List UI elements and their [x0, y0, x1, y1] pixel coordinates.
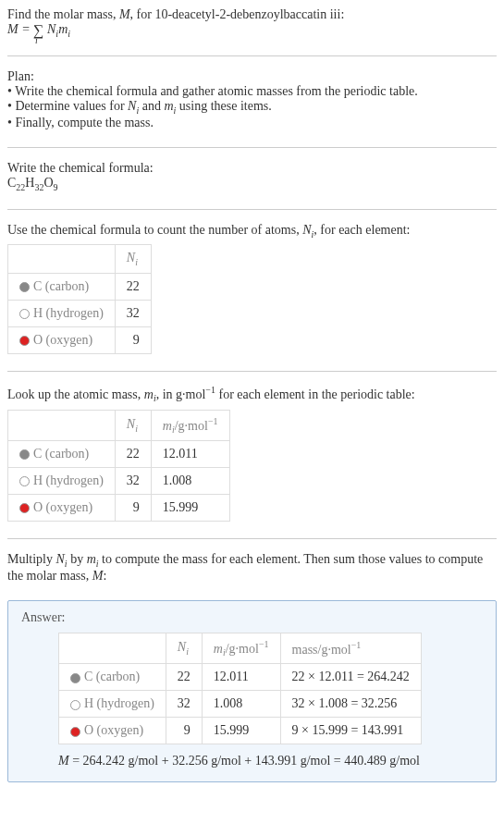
divider — [7, 538, 497, 539]
nh-Ns: i — [135, 257, 138, 267]
lk-mid: , in g·mol — [156, 387, 206, 401]
eq-N: N — [47, 22, 55, 36]
oxygen-dot-icon — [19, 503, 30, 513]
mul-m: m — [87, 552, 96, 566]
plan-section: Plan: • Write the chemical formula and g… — [7, 69, 497, 130]
final-equation: M = 264.242 g/mol + 32.256 g/mol + 143.9… — [58, 754, 483, 768]
lh-u: /g·mol — [175, 418, 208, 432]
empty-header — [8, 410, 116, 440]
lookup-section: Look up the atomic mass, mi, in g·mol−1 … — [7, 385, 497, 522]
plan2-pre: • Determine values for — [7, 99, 128, 113]
oxygen-dot-icon — [70, 727, 80, 737]
table-row: H (hydrogen) 32 1.008 — [8, 468, 230, 495]
carbon-dot-icon — [19, 282, 30, 292]
element-cell: H (hydrogen) — [59, 691, 166, 718]
mass-cell: 22 × 12.011 = 264.242 — [280, 664, 421, 691]
lh-m: m — [163, 418, 172, 432]
row-label: O (oxygen) — [33, 500, 92, 514]
ah-mu: /g·mol — [226, 642, 259, 656]
carbon-dot-icon — [70, 673, 80, 683]
count-section: Use the chemical formula to count the nu… — [7, 223, 497, 355]
n-header: Ni — [115, 410, 151, 440]
molar-mass-equation: M = ∑i Nimi — [7, 22, 497, 39]
answer-table: Ni mi/g·mol−1 mass/g·mol−1 C (carbon) 22… — [58, 633, 422, 744]
table-row: C (carbon) 22 12.011 22 × 12.011 = 264.2… — [59, 664, 422, 691]
table-row: H (hydrogen) 32 — [8, 301, 152, 327]
row-label: O (oxygen) — [33, 333, 92, 347]
n-cell: 32 — [115, 301, 151, 327]
count-post: , for each element: — [313, 223, 410, 237]
n-cell: 22 — [115, 274, 151, 301]
element-cell: O (oxygen) — [59, 718, 166, 744]
lookup-table: Ni mi/g·mol−1 C (carbon) 22 12.011 H (hy… — [7, 410, 230, 522]
count-intro: Use the chemical formula to count the nu… — [7, 223, 497, 240]
eq-M: M = — [7, 22, 33, 36]
table-row: C (carbon) 22 12.011 — [8, 441, 230, 468]
intro-text-1: Find the molar mass, — [7, 7, 119, 21]
chemical-formula: C22H32O9 — [7, 176, 497, 192]
oxygen-dot-icon — [19, 336, 30, 346]
count-N: N — [302, 223, 311, 237]
ah-N: N — [178, 640, 186, 654]
chem-hn: 32 — [34, 182, 43, 192]
ah-me: −1 — [259, 639, 269, 649]
row-label: H (hydrogen) — [33, 473, 104, 487]
final-M: M — [58, 754, 69, 768]
table-row: O (oxygen) 9 15.999 — [8, 495, 230, 522]
sigma-wrap: ∑i — [33, 22, 43, 39]
chem-c: C — [7, 176, 16, 190]
n-cell: 9 — [166, 718, 202, 744]
table-row: H (hydrogen) 32 1.008 32 × 1.008 = 32.25… — [59, 691, 422, 718]
n-header: Ni — [166, 633, 202, 663]
ah-m: m — [214, 642, 223, 656]
divider — [7, 209, 497, 210]
element-cell: H (hydrogen) — [8, 468, 116, 495]
n-cell: 22 — [115, 441, 151, 468]
n-cell: 32 — [115, 468, 151, 495]
divider — [7, 55, 497, 56]
lookup-intro: Look up the atomic mass, mi, in g·mol−1 … — [7, 385, 497, 403]
table-header-row: Ni mi/g·mol−1 mass/g·mol−1 — [59, 633, 422, 663]
eq-m-sub: i — [68, 29, 70, 39]
row-label: C (carbon) — [33, 279, 89, 293]
plan-item-2: • Determine values for Ni and mi using t… — [7, 99, 497, 116]
intro-text-2: , for 10-deacetyl-2-debenzoylbaccatin ii… — [130, 7, 345, 21]
mul-M: M — [92, 569, 104, 583]
m-cell: 15.999 — [151, 495, 229, 522]
row-label: C (carbon) — [84, 670, 140, 683]
count-table: Ni C (carbon) 22 H (hydrogen) 32 O (oxyg… — [7, 244, 152, 354]
table-row: O (oxygen) 9 — [8, 327, 152, 354]
ah-mass: mass/g·mol — [292, 642, 351, 656]
plan-item-1: • Write the chemical formula and gather … — [7, 84, 497, 99]
answer-box: Answer: Ni mi/g·mol−1 mass/g·mol−1 C (ca… — [7, 600, 497, 782]
row-label: O (oxygen) — [84, 723, 143, 737]
n-cell: 9 — [115, 495, 151, 522]
eq-m: m — [58, 22, 68, 36]
element-cell: C (carbon) — [59, 664, 166, 691]
count-pre: Use the chemical formula to count the nu… — [7, 223, 302, 237]
lh-Ns: i — [135, 424, 138, 434]
final-eq-text: = 264.242 g/mol + 32.256 g/mol + 143.991… — [69, 754, 420, 768]
element-cell: C (carbon) — [8, 441, 116, 468]
chem-o: O — [43, 176, 53, 190]
mul-post: : — [103, 569, 106, 583]
plan2-and: and — [139, 99, 164, 113]
mass-header: mass/g·mol−1 — [280, 633, 421, 663]
plan2-post: using these items. — [176, 99, 271, 113]
chem-on: 9 — [54, 182, 58, 192]
lk-post: for each element in the periodic table: — [215, 387, 415, 401]
m-header: mi/g·mol−1 — [151, 410, 229, 440]
element-cell: O (oxygen) — [8, 495, 116, 522]
hydrogen-dot-icon — [19, 309, 30, 319]
empty-header — [59, 633, 166, 663]
n-cell: 9 — [115, 327, 151, 354]
m-cell: 1.008 — [202, 691, 280, 718]
row-label: H (hydrogen) — [33, 306, 104, 320]
empty-header — [8, 245, 116, 274]
mul-pre: Multiply — [7, 552, 56, 566]
n-header: Ni — [115, 245, 151, 274]
lk-exp: −1 — [205, 385, 215, 395]
plan-item-3: • Finally, compute the mass. — [7, 116, 497, 130]
n-cell: 22 — [166, 664, 202, 691]
multiply-section: Multiply Ni by mi to compute the mass fo… — [7, 552, 497, 584]
